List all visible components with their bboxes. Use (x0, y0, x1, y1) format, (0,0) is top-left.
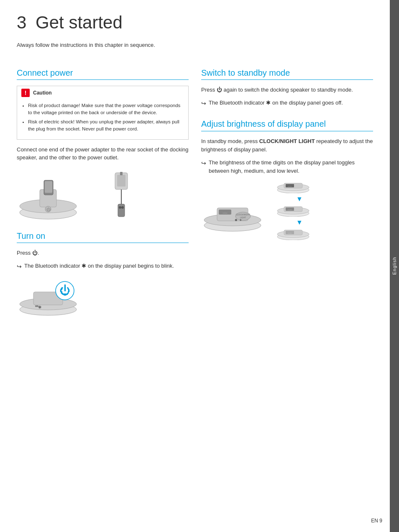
brightness-body-text1: In standby mode, press (201, 138, 259, 144)
chapter-title: 3 Get started (17, 13, 373, 33)
left-column: Connect power ! Caution Risk of product … (17, 68, 189, 520)
brightness-arrow-text: The brightness of the time digits on the… (209, 159, 373, 175)
turn-on-diagram: ⏻ ✱ (17, 276, 189, 318)
brightness-body: In standby mode, press CLOCK/NIGHT LIGHT… (201, 137, 373, 153)
arrow-symbol-brightness: ↪ (201, 159, 206, 168)
power-diagram: ⏻ (17, 169, 189, 223)
brightness-bold: CLOCK/NIGHT LIGHT (259, 138, 315, 144)
arrow-down-2: ▼ (276, 219, 322, 226)
turn-on-section: Turn on Press ⏻. ↪ The Bluetooth indicat… (17, 231, 189, 318)
caution-body: Risk of product damage! Make sure that t… (17, 100, 188, 139)
svg-point-13 (121, 206, 124, 209)
language-label: English (392, 257, 397, 275)
standby-body: Press ⏻ again to switch the docking spea… (201, 86, 373, 94)
caution-item-1: Risk of product damage! Make sure that t… (28, 102, 184, 117)
turn-on-press-text: Press ⏻. (17, 249, 189, 257)
caution-label: Caution (33, 90, 52, 96)
svg-text:✱: ✱ (235, 218, 238, 222)
language-tab: English (390, 0, 399, 532)
caution-item-2: Risk of electric shock! When you unplug … (28, 118, 184, 133)
brightness-section: Adjust brightness of display panel In st… (201, 118, 373, 240)
brightness-low-svg: --:-- (276, 228, 322, 240)
svg-rect-11 (118, 204, 125, 217)
svg-text:⏻: ⏻ (46, 207, 51, 212)
turn-on-svg: ⏻ ✱ (17, 276, 84, 318)
svg-text:⏻: ⏻ (59, 284, 70, 297)
chapter-number: 3 (17, 13, 26, 32)
brightness-diagram: --:-- CLOCK/NIGHT LIGHT ✱ ✦ (201, 182, 373, 240)
page: English 3 Get started Always follow the … (0, 0, 399, 532)
connect-power-section: Connect power ! Caution Risk of product … (17, 68, 189, 223)
svg-text:--:--: --:-- (288, 208, 292, 211)
connect-power-body: Connect one end of the power adapter to … (17, 146, 189, 162)
svg-text:--:--: --:-- (288, 185, 292, 187)
brightness-medium-svg: --:-- (276, 205, 322, 217)
connect-power-title: Connect power (17, 68, 189, 80)
intro-text: Always follow the instructions in this c… (17, 41, 373, 49)
caution-header: ! Caution (17, 86, 188, 100)
svg-point-12 (119, 206, 121, 209)
main-content: 3 Get started Always follow the instruct… (0, 0, 390, 532)
svg-rect-8 (117, 175, 125, 187)
svg-text:CLOCK/NIGHT: CLOCK/NIGHT (236, 213, 250, 216)
svg-text:--:--: --:-- (223, 211, 228, 214)
caution-icon: ! (21, 89, 30, 97)
svg-text:✱: ✱ (38, 305, 41, 309)
two-col-layout: Connect power ! Caution Risk of product … (17, 68, 373, 520)
caution-box: ! Caution Risk of product damage! Make s… (17, 86, 189, 140)
svg-text:✦: ✦ (239, 218, 242, 222)
brightness-high-svg: --:-- (276, 182, 322, 193)
turn-on-arrow: ↪ The Bluetooth indicator ✱ on the displ… (17, 262, 189, 271)
svg-rect-9 (120, 172, 123, 175)
turn-on-arrow-text: The Bluetooth indicator ✱ on the display… (24, 262, 174, 270)
brightness-title: Adjust brightness of display panel (201, 118, 373, 131)
brightness-speaker-svg: --:-- CLOCK/NIGHT LIGHT ✱ ✦ (201, 188, 270, 234)
brightness-arrow: ↪ The brightness of the time digits on t… (201, 159, 373, 175)
power-adapter-svg (109, 171, 134, 221)
brightness-levels: --:-- ▼ --:-- (276, 182, 322, 240)
arrow-down-1: ▼ (276, 196, 322, 202)
standby-section: Switch to standby mode Press ⏻ again to … (201, 68, 373, 108)
turn-on-title: Turn on (17, 231, 189, 243)
page-number: EN 9 (371, 518, 382, 524)
standby-title: Switch to standby mode (201, 68, 373, 80)
chapter-title-text: Get started (36, 13, 123, 32)
svg-rect-4 (45, 181, 52, 193)
caution-list: Risk of product damage! Make sure that t… (21, 102, 184, 133)
page-number-area: EN 9 (371, 518, 382, 524)
arrow-symbol: ↪ (17, 262, 22, 271)
speaker-dock-svg: ⏻ (17, 169, 100, 223)
standby-arrow: ↪ The Bluetooth indicator ✱ on the displ… (201, 99, 373, 108)
right-column: Switch to standby mode Press ⏻ again to … (201, 68, 373, 520)
svg-text:--:--: --:-- (288, 232, 292, 234)
arrow-symbol-standby: ↪ (201, 99, 206, 108)
chapter-header: 3 Get started Always follow the instruct… (17, 13, 373, 60)
standby-arrow-text: The Bluetooth indicator ✱ on the display… (209, 99, 343, 107)
